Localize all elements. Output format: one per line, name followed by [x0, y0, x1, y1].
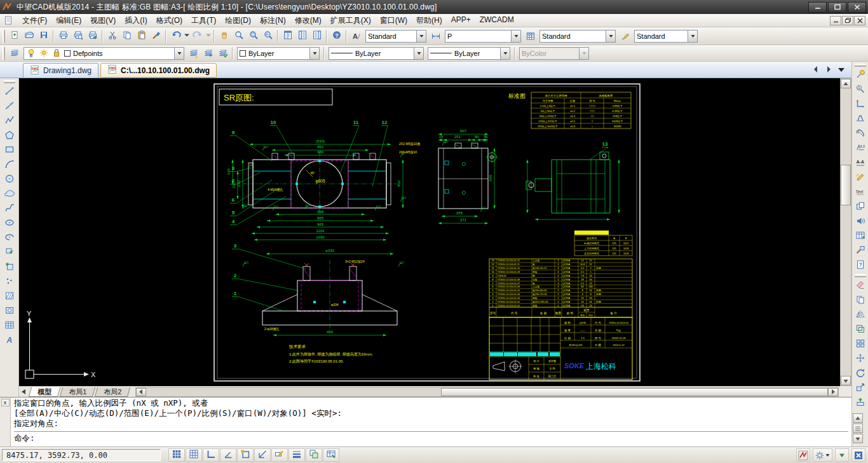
dimension-edit-button[interactable]	[853, 170, 868, 185]
layout-tab-layout1[interactable]: 布局1	[60, 387, 95, 397]
zoom-previous-button[interactable]	[261, 29, 275, 43]
toolbar-grip[interactable]	[4, 80, 15, 83]
stretch-button[interactable]	[853, 396, 868, 410]
color-control-combo[interactable]: ByLayer	[237, 47, 320, 60]
command-close-button[interactable]: x	[1, 399, 10, 406]
menu-item-5[interactable]: 工具(T)	[187, 14, 220, 27]
close-button[interactable]	[848, 2, 866, 13]
dimension-style-button[interactable]	[428, 29, 443, 43]
text-style-combo[interactable]: Standard	[365, 30, 426, 43]
ellipse-button[interactable]	[2, 216, 17, 231]
scroll-right-arrow[interactable]	[828, 388, 838, 396]
toolbar-grip[interactable]	[855, 274, 866, 277]
document-tab-0[interactable]: DWGDrawing1.dwg	[23, 63, 98, 78]
tab-list-button[interactable]	[836, 64, 846, 74]
lineweight-control-combo[interactable]: ByLayer	[428, 47, 510, 60]
ortho-toggle[interactable]	[203, 448, 219, 462]
scroll-up-arrow[interactable]	[853, 413, 863, 423]
tab-scroll-right-button[interactable]	[824, 64, 834, 74]
ordinate-dimension-button[interactable]	[853, 97, 868, 112]
menu-item-8[interactable]: 修改(M)	[290, 14, 326, 27]
object-tracking-toggle[interactable]	[254, 448, 271, 462]
balloon-button[interactable]	[853, 68, 868, 83]
toolbar-grip[interactable]	[3, 47, 5, 60]
menu-item-2[interactable]: 视图(V)	[86, 14, 120, 27]
move-button[interactable]	[853, 352, 868, 366]
canvas-vertical-scrollbar[interactable]	[840, 78, 851, 386]
menu-item-6[interactable]: 绘图(D)	[220, 14, 255, 27]
dropdown-arrow-button[interactable]	[183, 29, 190, 43]
circle-button[interactable]	[2, 172, 17, 187]
plot-button[interactable]	[56, 29, 71, 43]
layout-tab-model[interactable]: 模型	[29, 387, 60, 397]
help-button[interactable]: ?	[329, 29, 344, 43]
layer-properties-button[interactable]	[7, 46, 22, 60]
mleader-style-combo[interactable]: Standard	[634, 30, 698, 43]
surface-roughness-button[interactable]: 3.2	[853, 141, 868, 156]
zwcad-logo-button[interactable]	[796, 448, 810, 462]
table-style-button[interactable]	[523, 29, 538, 43]
menu-item-3[interactable]: 插入(I)	[120, 14, 151, 27]
format-painter-button[interactable]	[149, 29, 163, 43]
scrollbar-thumb[interactable]	[441, 388, 828, 396]
polar-tracking-toggle[interactable]	[220, 448, 236, 462]
document-minimize-button[interactable]	[830, 16, 841, 25]
menu-item-11[interactable]: 帮助(H)	[412, 14, 447, 27]
mleader-style-button[interactable]	[618, 29, 632, 43]
model-paper-toggle[interactable]	[306, 448, 322, 462]
region-button[interactable]	[2, 304, 17, 319]
match-properties-button[interactable]	[853, 244, 868, 258]
menu-item-13[interactable]: ZWCADM	[475, 14, 519, 27]
geometric-tolerance-button[interactable]	[853, 112, 868, 127]
cut-button[interactable]	[105, 29, 119, 43]
hatch-button[interactable]	[2, 289, 17, 304]
make-block-button[interactable]	[2, 260, 17, 275]
scrollbar-thumb[interactable]	[853, 424, 863, 433]
layer-combo[interactable]: Defpoints	[24, 47, 184, 60]
dynamic-input-toggle[interactable]	[271, 448, 288, 462]
toolbar-grip[interactable]	[855, 64, 866, 67]
drawing-canvas[interactable]: Y X (530)4503803585659651104103023023516…	[19, 78, 840, 386]
scale-button[interactable]	[853, 381, 868, 396]
offset-button[interactable]	[853, 322, 868, 337]
section-symbol-button[interactable]: A-A	[853, 156, 868, 170]
copy-button[interactable]	[853, 293, 868, 308]
scrollbar-thumb[interactable]	[841, 165, 851, 205]
ellipse-arc-button[interactable]	[2, 231, 17, 245]
polygon-button[interactable]	[2, 128, 17, 143]
table-button[interactable]	[2, 319, 17, 333]
menu-item-9[interactable]: 扩展工具(X)	[326, 14, 376, 27]
scroll-left-arrow[interactable]	[136, 388, 146, 396]
maximize-button[interactable]	[828, 2, 846, 13]
polyline-button[interactable]	[2, 114, 17, 128]
linetype-control-combo[interactable]: ByLayer	[329, 47, 424, 60]
array-button[interactable]	[853, 337, 868, 352]
table-insert-button[interactable]	[853, 229, 868, 244]
menu-item-10[interactable]: 窗口(W)	[376, 14, 412, 27]
revision-cloud-button[interactable]	[2, 187, 17, 202]
menu-item-1[interactable]: 编辑(E)	[51, 14, 86, 27]
fullscreen-button[interactable]	[851, 448, 865, 462]
menu-item-12[interactable]: APP+	[447, 14, 475, 27]
radius-dimension-button[interactable]: R	[853, 127, 868, 141]
mirror-button[interactable]	[853, 308, 868, 322]
new-button[interactable]	[7, 29, 22, 43]
scroll-up-arrow[interactable]	[841, 79, 851, 88]
erase-button[interactable]	[853, 279, 868, 293]
plot-style-combo[interactable]: ByColor	[519, 47, 589, 60]
workspace-switch-button[interactable]	[835, 448, 849, 462]
annotation-button[interactable]	[853, 214, 868, 229]
menu-item-0[interactable]: 文件(F)	[18, 14, 51, 27]
object-snap-toggle[interactable]	[237, 448, 254, 462]
arc-button[interactable]	[2, 158, 17, 172]
content-help-button[interactable]: ?	[853, 258, 868, 273]
grid-toggle[interactable]	[186, 448, 202, 462]
make-current-layer-button[interactable]	[186, 46, 201, 60]
text-style-button[interactable]: A	[349, 29, 363, 43]
command-window[interactable]: x 指定窗口的角点, 输入比例因子 (nX 或 nXP), 或者[全部(A)/中…	[0, 397, 851, 446]
layout-tab-layout2[interactable]: 布局2	[95, 387, 130, 397]
canvas-horizontal-scrollbar[interactable]	[135, 387, 839, 397]
toolbar-grip[interactable]	[3, 30, 5, 43]
menu-item-7[interactable]: 标注(N)	[255, 14, 290, 27]
text-button[interactable]: Text	[853, 185, 868, 200]
